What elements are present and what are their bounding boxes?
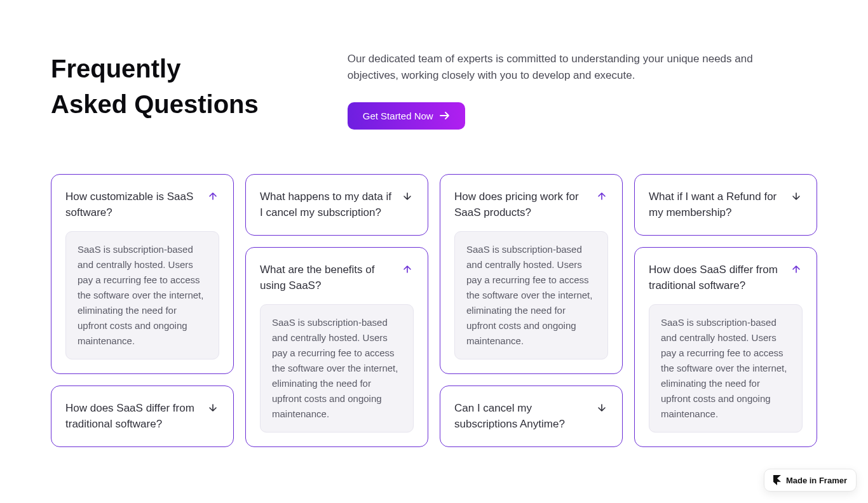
arrow-up-icon xyxy=(208,191,219,203)
arrow-up-icon xyxy=(791,264,803,276)
arrow-up-icon xyxy=(597,191,608,203)
faq-answer: SaaS is subscription-based and centrally… xyxy=(649,304,803,433)
faq-toggle[interactable]: What if I want a Refund for my membershi… xyxy=(649,189,803,221)
faq-question: What are the benefits of using SaaS? xyxy=(260,262,395,294)
faq-card: What happens to my data if I cancel my s… xyxy=(245,174,428,236)
faq-toggle[interactable]: Can I cancel my subscriptions Anytime? xyxy=(454,400,608,433)
faq-card: What are the benefits of using SaaS? Saa… xyxy=(245,247,428,447)
faq-column: What if I want a Refund for my membershi… xyxy=(634,174,817,447)
faq-answer: SaaS is subscription-based and centrally… xyxy=(454,231,608,359)
page-description: Our dedicated team of experts is committ… xyxy=(348,51,754,84)
page-header: Frequently Asked Questions Our dedicated… xyxy=(51,51,817,130)
title-line-2: Asked Questions xyxy=(51,90,259,118)
faq-question: What happens to my data if I cancel my s… xyxy=(260,189,395,221)
cta-label: Get Started Now xyxy=(363,111,433,121)
faq-card: How does pricing work for SaaS products?… xyxy=(440,174,623,374)
faq-grid: How customizable is SaaS software? SaaS … xyxy=(51,174,817,447)
faq-question: How does SaaS differ from traditional so… xyxy=(649,262,783,294)
faq-toggle[interactable]: How does pricing work for SaaS products? xyxy=(454,189,608,221)
faq-toggle[interactable]: How does SaaS differ from traditional so… xyxy=(65,400,219,433)
made-in-framer-badge[interactable]: Made in Framer xyxy=(764,469,857,492)
faq-toggle[interactable]: What are the benefits of using SaaS? xyxy=(260,262,414,294)
faq-question: How does pricing work for SaaS products? xyxy=(454,189,589,221)
arrow-right-icon xyxy=(440,111,450,120)
faq-column: How does pricing work for SaaS products?… xyxy=(440,174,623,447)
arrow-down-icon xyxy=(208,403,219,414)
faq-card: What if I want a Refund for my membershi… xyxy=(634,174,817,236)
faq-card: Can I cancel my subscriptions Anytime? xyxy=(440,386,623,447)
badge-label: Made in Framer xyxy=(786,476,847,485)
faq-card: How does SaaS differ from traditional so… xyxy=(51,386,234,447)
title-line-1: Frequently xyxy=(51,55,180,83)
faq-toggle[interactable]: How does SaaS differ from traditional so… xyxy=(649,262,803,294)
get-started-button[interactable]: Get Started Now xyxy=(348,102,465,130)
faq-card: How does SaaS differ from traditional so… xyxy=(634,247,817,447)
arrow-down-icon xyxy=(402,191,414,203)
arrow-up-icon xyxy=(402,264,414,276)
faq-answer: SaaS is subscription-based and centrally… xyxy=(260,304,414,433)
faq-column: What happens to my data if I cancel my s… xyxy=(245,174,428,447)
faq-question: How does SaaS differ from traditional so… xyxy=(65,400,200,433)
faq-question: What if I want a Refund for my membershi… xyxy=(649,189,783,221)
header-right: Our dedicated team of experts is committ… xyxy=(348,51,817,130)
framer-logo-icon xyxy=(773,475,781,485)
faq-answer: SaaS is subscription-based and centrally… xyxy=(65,231,219,359)
arrow-down-icon xyxy=(597,403,608,414)
faq-column: How customizable is SaaS software? SaaS … xyxy=(51,174,234,447)
faq-toggle[interactable]: How customizable is SaaS software? xyxy=(65,189,219,221)
faq-question: Can I cancel my subscriptions Anytime? xyxy=(454,400,589,433)
arrow-down-icon xyxy=(791,191,803,203)
page-title: Frequently Asked Questions xyxy=(51,51,259,122)
faq-toggle[interactable]: What happens to my data if I cancel my s… xyxy=(260,189,414,221)
faq-card: How customizable is SaaS software? SaaS … xyxy=(51,174,234,374)
faq-question: How customizable is SaaS software? xyxy=(65,189,200,221)
